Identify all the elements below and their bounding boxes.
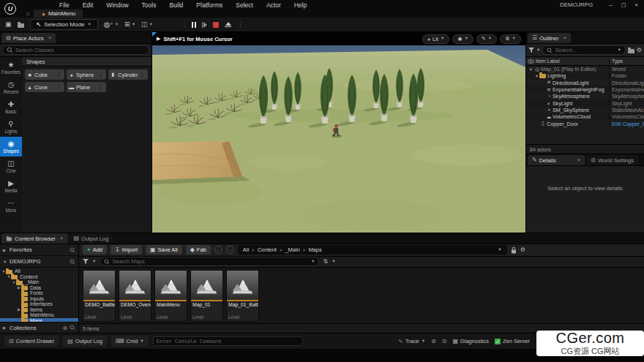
import-button[interactable]: ↧Import bbox=[111, 245, 142, 254]
outliner-row[interactable]: ☀DirectionalLightDirectionalLight bbox=[526, 80, 644, 86]
outliner-row[interactable]: ▯Copper_DoorEdit Copper_Door bbox=[526, 120, 644, 127]
folder-tree-item-_main[interactable]: ▼_Main bbox=[0, 279, 78, 285]
forward-icon[interactable]: → bbox=[226, 246, 234, 254]
rail-item-more[interactable]: ⋯More bbox=[0, 196, 22, 216]
content-drawer-button[interactable]: ⊟Content Drawer bbox=[4, 336, 59, 347]
selection-mode-dropdown[interactable]: ↖ Selection Mode ▼ bbox=[30, 19, 98, 30]
fab-button[interactable]: ◆Fab bbox=[186, 245, 211, 254]
outliner-item-type[interactable]: Edit Copper_Door bbox=[609, 121, 644, 127]
menu-item-select[interactable]: Select bbox=[229, 1, 260, 9]
pause-button[interactable] bbox=[192, 22, 196, 28]
stop-button[interactable] bbox=[213, 22, 219, 28]
breadcrumb-segment-content[interactable]: Content bbox=[258, 246, 277, 253]
folder-tree-item-content[interactable]: ▼Content bbox=[0, 274, 78, 280]
search-classes-input[interactable] bbox=[15, 47, 145, 53]
type-column-header[interactable]: Type bbox=[609, 59, 644, 64]
close-icon[interactable]: × bbox=[577, 157, 581, 163]
favorites-section[interactable]: ▶ Favorites bbox=[0, 244, 78, 256]
outliner-search-input[interactable] bbox=[555, 47, 615, 53]
asset-card-demo_battle[interactable]: DEMO_BattleLevel bbox=[83, 270, 116, 322]
edit-mode-dropdown[interactable]: ✎▼ bbox=[476, 34, 497, 44]
outliner-row[interactable]: ◔SkyAtmosphereSkyAtmosphere bbox=[526, 93, 644, 99]
menu-item-edit[interactable]: Edit bbox=[76, 1, 100, 9]
gear-icon[interactable]: ⚙ bbox=[520, 247, 525, 253]
asset-search-input[interactable] bbox=[112, 258, 309, 265]
back-icon[interactable]: ← bbox=[214, 246, 222, 254]
diagnostics-button[interactable]: ▦Diagnostics bbox=[453, 338, 489, 344]
chevron-down-icon[interactable]: ▼ bbox=[536, 48, 540, 53]
drag-handle[interactable]: ⋮ bbox=[142, 72, 148, 78]
close-icon[interactable]: × bbox=[60, 235, 64, 241]
level-viewport[interactable]: ▶ Shift+F1 for Mouse Cursor ◕Lit▼ ◉▼ ✎▼ … bbox=[152, 32, 525, 233]
tab-mainmenu[interactable]: ▲ MainMenu bbox=[34, 10, 83, 18]
project-section[interactable]: ▼ DEMOJRPG bbox=[0, 256, 78, 268]
close-icon[interactable]: × bbox=[634, 1, 638, 8]
play-options-icon[interactable]: ⋮ bbox=[237, 21, 243, 28]
menu-item-tools[interactable]: Tools bbox=[135, 1, 163, 9]
tab-place-actors[interactable]: ◍ Place Actors × bbox=[1, 33, 56, 43]
add-actor-dropdown[interactable]: ◍+▼ bbox=[104, 21, 119, 29]
tab-content-browser[interactable]: Content Browser × bbox=[1, 233, 68, 244]
outliner-row[interactable]: ◓SM_SkySphereStaticMeshActor bbox=[526, 107, 644, 113]
cmd-dropdown[interactable]: ⌨Cmd▼ bbox=[111, 336, 149, 347]
folder-tree-item-items[interactable]: ▶Items bbox=[0, 307, 78, 313]
menu-item-help[interactable]: Help bbox=[288, 1, 313, 9]
filter-icon[interactable] bbox=[528, 48, 534, 53]
blueprints-dropdown[interactable]: ⊞▼ bbox=[124, 21, 135, 28]
console-command-input[interactable] bbox=[153, 336, 303, 346]
search-icon[interactable] bbox=[70, 259, 75, 265]
breadcrumb-segment-all[interactable]: All bbox=[243, 246, 249, 253]
shape-button-cube[interactable]: ■Cube⋮ bbox=[25, 69, 64, 80]
rail-item-shapes[interactable]: ◉Shapes bbox=[0, 137, 22, 157]
rail-item-favorites[interactable]: ★Favorites bbox=[0, 58, 22, 78]
revision-control-icon[interactable]: ⊘ bbox=[431, 339, 436, 344]
folder-tree-item-mainmenu[interactable]: MainMenu bbox=[0, 312, 78, 318]
folder-tree-item-fonts[interactable]: Fonts bbox=[0, 290, 78, 296]
collections-section[interactable]: ▶ Collections ⊕ bbox=[0, 322, 78, 333]
breadcrumb-segment-_main[interactable]: _Main bbox=[285, 246, 299, 253]
asset-card-mainmenu[interactable]: MainMenuLevel bbox=[154, 270, 187, 322]
folder-tree-item-data[interactable]: ▶Data bbox=[0, 285, 78, 291]
chevron-down-icon[interactable]: ▼ bbox=[617, 48, 621, 53]
cinematics-dropdown[interactable]: ◫▼ bbox=[141, 21, 153, 28]
zen-server-button[interactable]: ✓Zen Server bbox=[495, 338, 530, 344]
menu-item-actor[interactable]: Actor bbox=[260, 1, 288, 9]
drag-handle[interactable]: ⋮ bbox=[100, 72, 106, 78]
item-label-column-header[interactable]: Item Label bbox=[536, 59, 609, 64]
chevron-down-icon[interactable]: ▼ bbox=[498, 248, 501, 252]
browse-content-icon[interactable] bbox=[18, 23, 24, 28]
tab-outliner[interactable]: ☰ Outliner × bbox=[528, 33, 571, 43]
tab-world-settings[interactable]: ◎ World Settings bbox=[586, 155, 638, 165]
shape-button-plane[interactable]: ▬Plane⋮ bbox=[67, 82, 106, 92]
frame-skip-button[interactable] bbox=[202, 22, 208, 28]
outliner-row[interactable]: ☁VolumetricCloudVolumetricCloud bbox=[526, 113, 644, 120]
close-icon[interactable]: × bbox=[563, 35, 566, 41]
tab-output-log[interactable]: ▤ Output Log bbox=[70, 233, 113, 244]
asset-card-map_01_battle[interactable]: Map_01_BattleLevel bbox=[226, 270, 259, 322]
menu-item-platforms[interactable]: Platforms bbox=[190, 1, 229, 9]
expand-arrow-icon[interactable]: ▼ bbox=[528, 67, 533, 72]
rail-item-cine[interactable]: ◫Cine bbox=[0, 157, 22, 176]
asset-card-demo_overworld[interactable]: DEMO_OverworldLevel bbox=[119, 270, 151, 322]
eye-icon[interactable] bbox=[528, 59, 534, 64]
shape-button-cylinder[interactable]: ▮Cylinder⋮ bbox=[108, 69, 148, 80]
filter-icon[interactable] bbox=[83, 259, 89, 264]
view-mode-dropdown[interactable]: ◕Lit▼ bbox=[422, 34, 450, 44]
folder-tree-item-inputs[interactable]: Inputs bbox=[0, 296, 78, 302]
sort-icon[interactable]: ⇅ bbox=[323, 259, 328, 265]
breadcrumb[interactable]: All>Content>_Main>Maps▼ bbox=[238, 245, 507, 254]
gear-icon[interactable]: ⚙ bbox=[637, 48, 642, 53]
drag-handle[interactable]: ⋮ bbox=[59, 72, 64, 78]
home-icon[interactable]: ⌂ bbox=[22, 10, 34, 18]
eject-button[interactable] bbox=[225, 22, 231, 28]
outliner-row[interactable]: ◐SkyLightSkyLight bbox=[526, 99, 644, 106]
drag-handle[interactable]: ⋮ bbox=[59, 85, 64, 90]
maximize-icon[interactable]: ▢ bbox=[621, 2, 626, 8]
add-button[interactable]: +Add bbox=[83, 245, 107, 254]
asset-card-map_01[interactable]: Map_01Level bbox=[190, 270, 223, 322]
chevron-down-icon[interactable]: ▼ bbox=[311, 260, 315, 264]
trace-dropdown[interactable]: ∿Trace▼ bbox=[398, 338, 425, 344]
add-collection-icon[interactable]: ⊕ bbox=[62, 325, 67, 331]
folder-tree-item-interfaces[interactable]: Interfaces bbox=[0, 301, 78, 307]
close-icon[interactable]: × bbox=[48, 35, 52, 41]
